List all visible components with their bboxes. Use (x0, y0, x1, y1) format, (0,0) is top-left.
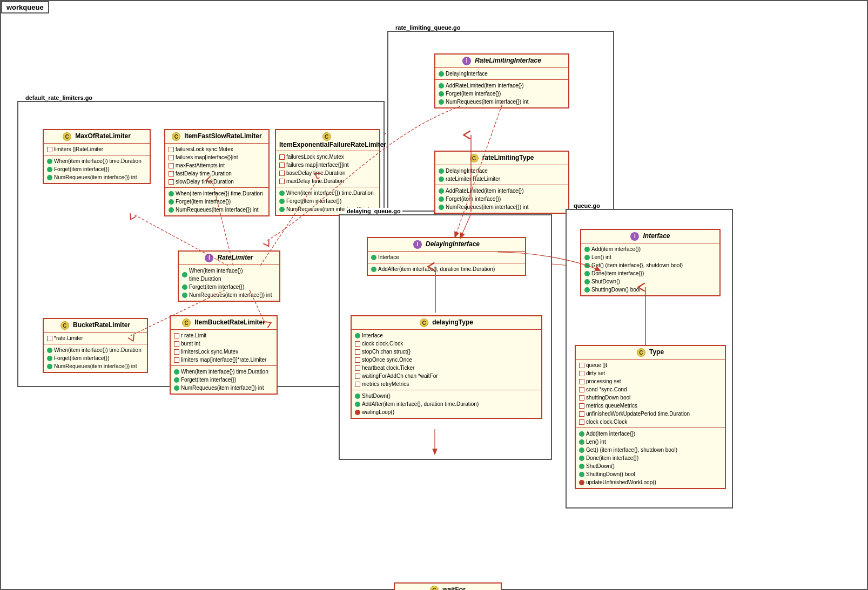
field-text: failures map[interface{}]int (286, 161, 349, 169)
class-RateLimiter: I RateLimiter When(item interface{}) tim… (178, 250, 280, 302)
main-canvas: workqueue (0, 0, 868, 590)
methods-MaxOfRateLimiter: When(item interface{}) time.Duration For… (44, 155, 150, 183)
method-row: Done(item interface{}) (579, 454, 722, 462)
method-icon (439, 205, 444, 210)
method-icon (279, 207, 285, 212)
field-row: stopCh chan struct{} (355, 348, 538, 356)
field-text: unfinishedWorkUpdatePeriod time.Duration (586, 410, 690, 418)
fields-RLI: DelayingInterface (435, 68, 568, 80)
method-row: ShuttingDown() bool (584, 286, 716, 294)
class-ItemExpFailure: C ItemExponentialFailureRateLimiter fail… (275, 129, 380, 216)
method-row: Len() int (579, 438, 722, 446)
class-header-ItemExpFailure: C ItemExponentialFailureRateLimiter (276, 130, 379, 151)
method-icon (47, 364, 52, 369)
method-text: Get() (item interface{}, shutdown bool) (591, 261, 683, 269)
class-delayingType: C delayingType Interface clock clock.Clo… (351, 315, 542, 419)
method-text: Forget(item interface{}) (286, 197, 341, 205)
method-text: Done(item interface{}) (591, 269, 644, 277)
method-text: waitingLoop() (362, 408, 394, 416)
file-label-default: default_rate_limiters.go (24, 94, 94, 101)
method-icon (371, 267, 376, 272)
field-text: maxDelay time.Duration (286, 177, 344, 185)
field-text: Interface (378, 253, 399, 261)
classname-RateLimiter: RateLimiter (218, 254, 253, 261)
method-icon (355, 333, 360, 338)
method-icon (174, 385, 179, 391)
field-icon (579, 363, 584, 368)
method-row: When(item interface{}) time.Duration (47, 157, 146, 165)
method-icon (174, 369, 179, 375)
method-row: Done(item interface{}) (584, 269, 716, 277)
field-text: burst int (181, 340, 200, 348)
method-text: NumRequeues(item interface{}) int (176, 206, 258, 214)
field-row: Interface (371, 253, 522, 261)
field-row: stopOnce sync.Once (355, 356, 538, 364)
field-text: dirty set (586, 369, 605, 377)
method-row: Get() (item interface{}, shutdown bool) (584, 261, 716, 269)
field-text: queue []t (586, 361, 607, 369)
method-row: AddRateLimited(item interface{}) (439, 82, 565, 90)
methods-RateLimiter: When(item interface{}) time.Duration For… (179, 265, 279, 301)
method-icon (47, 167, 52, 172)
class-waitFor: C waitFor data t readyAt time.Time index… (394, 582, 502, 590)
fields-Type: queue []t dirty set processing set cond … (576, 360, 725, 428)
method-icon (439, 71, 444, 77)
field-row: limitersLock sync.Mutex (174, 348, 273, 356)
class-header-dT: C delayingType (352, 316, 541, 330)
method-text: Forget(item interface{}) (189, 283, 244, 291)
field-text: clock clock.Clock (362, 340, 403, 348)
method-icon (584, 287, 590, 293)
field-row: slowDelay time.Duration (169, 178, 265, 186)
badge-i-RLI: I (462, 57, 471, 65)
method-icon (47, 356, 52, 361)
file-delaying-queue: delaying_queue.go I DelayingInterface In… (339, 214, 552, 460)
field-row: rateLimiter RateLimiter (439, 175, 565, 183)
badge-c-dT: C (420, 318, 428, 327)
method-icon (579, 431, 584, 437)
method-row: Forget(item interface{}) (439, 195, 565, 203)
field-row: burst int (174, 340, 273, 348)
field-row: unfinishedWorkUpdatePeriod time.Duration (579, 410, 722, 418)
method-icon (579, 472, 584, 477)
method-icon (439, 168, 444, 174)
methods-Interface: Add(item interface{}) Len() int Get() (i… (581, 243, 719, 295)
field-text: failuresLock sync.Mutex (176, 145, 233, 153)
method-text: AddAfter(item interface{}, duration time… (362, 400, 479, 408)
field-text: DelayingInterface (446, 70, 488, 78)
field-row: limiters []RateLimiter (47, 145, 146, 153)
method-row: Forget(item interface{}) (47, 354, 144, 362)
method-icon (439, 91, 444, 97)
method-icon (584, 271, 590, 276)
class-header-waitFor: C waitFor (395, 584, 501, 590)
fields-DI: Interface (368, 252, 525, 263)
method-icon (47, 175, 52, 180)
method-text: ShutDown() (591, 277, 620, 286)
field-row: failures map[interface{}]int (279, 161, 376, 169)
fields-dT: Interface clock clock.Clock stopCh chan … (352, 330, 541, 390)
field-row: clock clock.Clock (355, 340, 538, 348)
field-icon (174, 357, 179, 363)
fields-rLT: DelayingInterface rateLimiter RateLimite… (435, 165, 568, 185)
method-icon (355, 402, 360, 407)
method-icon (579, 439, 584, 445)
method-text: When(item interface{}) time.Duration (54, 346, 142, 354)
field-row: failuresLock sync.Mutex (169, 145, 265, 153)
field-icon (174, 333, 179, 338)
field-text: failuresLock sync.Mutex (286, 153, 344, 161)
field-row: failuresLock sync.Mutex (279, 153, 376, 161)
method-row: NumRequeues(item interface{}) int (169, 206, 265, 214)
method-row: AddAfter(item interface{}, duration time… (371, 265, 522, 273)
field-text: DelayingInterface (446, 167, 488, 175)
field-row: processing set (579, 377, 722, 385)
field-icon (47, 147, 52, 152)
field-text: stopCh chan struct{} (362, 348, 411, 356)
method-row: NumRequeues(item interface{}) int (174, 384, 273, 392)
class-BucketRateLimiter: C BucketRateLimiter *rate.Limiter When(i… (43, 318, 148, 373)
method-icon (355, 394, 360, 399)
badge-c-Type: C (637, 348, 645, 357)
badge-c: C (172, 132, 180, 141)
methods-RLI: AddRateLimited(item interface{}) Forget(… (435, 80, 568, 107)
class-Type: C Type queue []t dirty set processing se… (575, 345, 726, 489)
classname-MaxOfRateLimiter: MaxOfRateLimiter (75, 132, 131, 140)
classname-waitFor: waitFor (442, 586, 466, 590)
